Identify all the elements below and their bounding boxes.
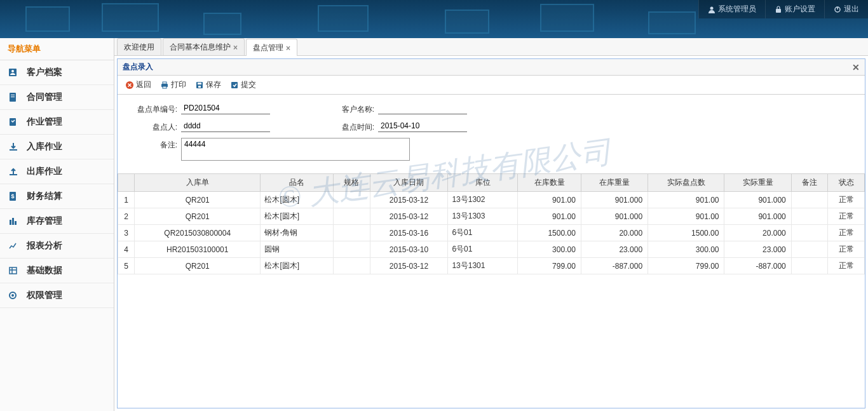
cell-qty: 901.00 (518, 208, 581, 225)
cell-wt: 20.000 (581, 225, 648, 241)
nav-icon (8, 142, 20, 152)
tab-close-icon[interactable]: × (233, 43, 238, 52)
sidebar-item-5[interactable]: $财务结算 (0, 184, 114, 209)
svg-rect-16 (15, 221, 17, 225)
column-header[interactable]: 库位 (448, 174, 518, 192)
column-header[interactable]: 规格 (334, 174, 370, 192)
sidebar-item-2[interactable]: 作业管理 (0, 110, 114, 135)
cell-loc: 13号1303 (448, 208, 518, 225)
tab-label: 欢迎使用 (124, 42, 154, 53)
time-input[interactable] (378, 120, 467, 132)
cell-wt: -887.000 (581, 258, 648, 274)
sidebar-item-9[interactable]: 权限管理 (0, 283, 114, 308)
cell-actwt: -887.000 (724, 258, 791, 274)
panel-close-icon[interactable]: ✕ (852, 62, 860, 72)
cell-name: 钢材-角钢 (261, 225, 334, 241)
sidebar-item-3[interactable]: 入库作业 (0, 135, 114, 159)
logout-label: 退出 (844, 4, 859, 15)
cell-actqty: 1500.00 (648, 225, 724, 241)
print-label: 打印 (171, 79, 186, 90)
table-row[interactable]: 1QR201松木[圆木]2015-03-1213号1302901.00901.0… (118, 192, 865, 208)
data-grid: 入库单品名规格入库日期库位在库数量在库重量实际盘点数实际重量备注状态 1QR20… (118, 173, 865, 408)
cell-qty: 901.00 (518, 192, 581, 208)
customer-input[interactable] (378, 102, 467, 114)
sidebar-title: 导航菜单 (0, 38, 114, 60)
sidebar-item-7[interactable]: 报表分析 (0, 234, 114, 259)
sidebar-item-6[interactable]: 库存管理 (0, 209, 114, 234)
column-header[interactable]: 在库数量 (518, 174, 581, 192)
svg-text:$: $ (11, 193, 14, 199)
table-row[interactable]: 2QR201松木[圆木]2015-03-1213号1303901.00901.0… (118, 208, 865, 225)
cell-wt: 901.000 (581, 192, 648, 208)
logout-button[interactable]: 退出 (824, 0, 868, 18)
cell-status: 正常 (828, 241, 865, 258)
cell-spec (334, 208, 370, 225)
sidebar-item-label: 基础数据 (27, 265, 62, 276)
cell-loc: 6号01 (448, 241, 518, 258)
cell-actwt: 901.000 (724, 208, 791, 225)
nav-icon (8, 216, 20, 226)
cell-name: 松木[圆木] (261, 192, 334, 208)
cell-date: 2015-03-12 (370, 208, 448, 225)
table-row[interactable]: 4HR201503100001圆钢2015-03-106号01300.0023.… (118, 241, 865, 258)
cell-spec (334, 241, 370, 258)
svg-rect-24 (163, 82, 166, 84)
cell-status: 正常 (828, 225, 865, 241)
remark-textarea[interactable] (181, 138, 410, 161)
remark-label: 备注: (130, 138, 181, 151)
sidebar-item-label: 合同管理 (27, 91, 62, 103)
tab-0[interactable]: 欢迎使用 (117, 38, 161, 55)
row-num: 3 (118, 225, 135, 241)
column-header[interactable]: 实际重量 (724, 174, 791, 192)
cell-inno: HR201503100001 (135, 241, 261, 258)
cell-name: 松木[圆木] (261, 258, 334, 274)
print-button[interactable]: 打印 (156, 78, 190, 91)
sidebar-item-4[interactable]: 出库作业 (0, 159, 114, 184)
cell-inno: QR201 (135, 258, 261, 274)
svg-rect-10 (10, 149, 17, 151)
column-header[interactable]: 品名 (261, 174, 334, 192)
account-button[interactable]: 账户设置 (765, 0, 824, 18)
column-header[interactable]: 状态 (828, 174, 865, 192)
nav-icon (8, 266, 20, 276)
column-header[interactable]: 实际盘点数 (648, 174, 724, 192)
sidebar-item-label: 入库作业 (27, 141, 62, 152)
printer-icon (160, 81, 169, 90)
svg-rect-14 (10, 220, 11, 225)
column-header[interactable]: 备注 (791, 174, 828, 192)
save-button[interactable]: 保存 (191, 78, 225, 91)
sidebar-item-label: 客户档案 (27, 67, 62, 78)
cell-loc: 13号1301 (448, 258, 518, 274)
svg-rect-17 (10, 267, 17, 274)
user-button[interactable]: 系统管理员 (698, 0, 765, 18)
submit-button[interactable]: 提交 (226, 78, 260, 91)
code-label: 盘点单编号: (130, 102, 181, 115)
table-row[interactable]: 5QR201松木[圆木]2015-03-1213号1301799.00-887.… (118, 258, 865, 274)
user-icon (708, 6, 715, 13)
cell-date: 2015-03-12 (370, 258, 448, 274)
sidebar-item-0[interactable]: 客户档案 (0, 60, 114, 85)
submit-label: 提交 (241, 79, 256, 90)
person-input[interactable] (181, 120, 270, 132)
svg-point-0 (710, 6, 714, 10)
sidebar-item-label: 财务结算 (27, 191, 62, 202)
code-input[interactable] (181, 102, 270, 114)
tab-close-icon[interactable]: × (286, 44, 290, 53)
column-header[interactable]: 入库单 (135, 174, 261, 192)
sidebar-item-1[interactable]: 合同管理 (0, 85, 114, 110)
cell-wt: 23.000 (581, 241, 648, 258)
table-row[interactable]: 3QR2015030800004钢材-角钢2015-03-166号011500.… (118, 225, 865, 241)
back-button[interactable]: 返回 (121, 78, 155, 91)
column-header[interactable]: 在库重量 (581, 174, 648, 192)
tab-2[interactable]: 盘点管理× (246, 39, 297, 56)
sidebar-item-label: 报表分析 (27, 240, 62, 252)
tab-1[interactable]: 合同基本信息维护× (163, 38, 245, 55)
save-icon (195, 81, 204, 90)
cell-date: 2015-03-16 (370, 225, 448, 241)
column-header[interactable] (118, 174, 135, 192)
main-area: 欢迎使用合同基本信息维护×盘点管理× 盘点录入 ✕ 返回 打印 (114, 38, 868, 411)
cell-inno: QR2015030800004 (135, 225, 261, 241)
sidebar-item-8[interactable]: 基础数据 (0, 259, 114, 283)
column-header[interactable]: 入库日期 (370, 174, 448, 192)
panel: 盘点录入 ✕ 返回 打印 保存 (117, 58, 865, 408)
